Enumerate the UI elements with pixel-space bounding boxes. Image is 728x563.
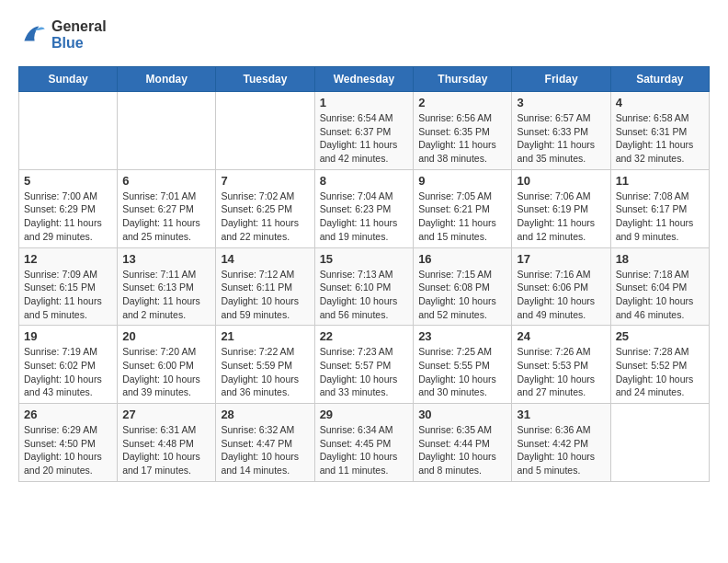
calendar-cell: [216, 92, 314, 170]
day-info: Sunrise: 6:32 AMSunset: 4:47 PMDaylight:…: [221, 423, 309, 477]
day-number: 14: [221, 252, 309, 266]
calendar-cell: 25 Sunrise: 7:28 AMSunset: 5:52 PMDaylig…: [610, 326, 709, 404]
day-info: Sunrise: 7:20 AMSunset: 6:00 PMDaylight:…: [122, 345, 210, 399]
calendar-cell: [118, 92, 216, 170]
calendar-cell: 6 Sunrise: 7:01 AMSunset: 6:27 PMDayligh…: [118, 169, 216, 247]
day-number: 17: [517, 252, 605, 266]
weekday-header-thursday: Thursday: [414, 67, 512, 92]
calendar-cell: 31 Sunrise: 6:36 AMSunset: 4:42 PMDaylig…: [512, 404, 610, 482]
day-number: 2: [418, 96, 506, 109]
page-header: General Blue: [18, 18, 710, 52]
day-info: Sunrise: 7:16 AMSunset: 6:06 PMDaylight:…: [517, 268, 605, 322]
day-number: 28: [221, 408, 309, 421]
day-number: 5: [24, 174, 112, 188]
week-row-1: 1 Sunrise: 6:54 AMSunset: 6:37 PMDayligh…: [19, 92, 710, 170]
calendar-cell: 2 Sunrise: 6:56 AMSunset: 6:35 PMDayligh…: [414, 92, 512, 170]
day-info: Sunrise: 7:08 AMSunset: 6:17 PMDaylight:…: [616, 190, 704, 244]
day-info: Sunrise: 7:02 AMSunset: 6:25 PMDaylight:…: [221, 190, 309, 244]
day-number: 26: [24, 408, 112, 421]
day-info: Sunrise: 6:58 AMSunset: 6:31 PMDaylight:…: [616, 111, 704, 166]
calendar-cell: 11 Sunrise: 7:08 AMSunset: 6:17 PMDaylig…: [610, 169, 709, 247]
day-number: 21: [221, 329, 309, 343]
day-info: Sunrise: 7:18 AMSunset: 6:04 PMDaylight:…: [616, 268, 704, 322]
calendar-cell: 12 Sunrise: 7:09 AMSunset: 6:15 PMDaylig…: [19, 247, 118, 326]
calendar-cell: 20 Sunrise: 7:20 AMSunset: 6:00 PMDaylig…: [118, 326, 216, 404]
day-number: 9: [418, 174, 506, 188]
calendar-cell: [610, 404, 709, 482]
day-number: 27: [122, 408, 210, 421]
day-number: 20: [122, 329, 210, 343]
weekday-header-tuesday: Tuesday: [216, 67, 314, 92]
day-number: 23: [418, 329, 506, 343]
day-number: 25: [616, 329, 704, 343]
day-number: 8: [320, 174, 409, 188]
day-number: 1: [320, 96, 409, 109]
calendar-cell: 17 Sunrise: 7:16 AMSunset: 6:06 PMDaylig…: [512, 247, 610, 326]
day-info: Sunrise: 7:15 AMSunset: 6:08 PMDaylight:…: [418, 268, 506, 322]
calendar-cell: 23 Sunrise: 7:25 AMSunset: 5:55 PMDaylig…: [414, 326, 512, 404]
day-number: 15: [320, 252, 409, 266]
day-info: Sunrise: 7:04 AMSunset: 6:23 PMDaylight:…: [320, 190, 409, 244]
calendar-cell: 14 Sunrise: 7:12 AMSunset: 6:11 PMDaylig…: [216, 247, 314, 326]
calendar-cell: 26 Sunrise: 6:29 AMSunset: 4:50 PMDaylig…: [19, 404, 118, 482]
day-info: Sunrise: 7:28 AMSunset: 5:52 PMDaylight:…: [616, 345, 704, 399]
day-info: Sunrise: 7:01 AMSunset: 6:27 PMDaylight:…: [122, 190, 210, 244]
calendar-cell: 29 Sunrise: 6:34 AMSunset: 4:45 PMDaylig…: [314, 404, 414, 482]
day-info: Sunrise: 6:56 AMSunset: 6:35 PMDaylight:…: [418, 111, 506, 166]
logo-text: General Blue: [51, 18, 107, 52]
day-number: 24: [517, 329, 605, 343]
week-row-2: 5 Sunrise: 7:00 AMSunset: 6:29 PMDayligh…: [19, 169, 710, 247]
day-number: 4: [616, 96, 704, 109]
calendar-cell: 9 Sunrise: 7:05 AMSunset: 6:21 PMDayligh…: [414, 169, 512, 247]
day-number: 6: [122, 174, 210, 188]
day-info: Sunrise: 6:54 AMSunset: 6:37 PMDaylight:…: [320, 111, 409, 166]
day-info: Sunrise: 7:12 AMSunset: 6:11 PMDaylight:…: [221, 268, 309, 322]
day-info: Sunrise: 7:22 AMSunset: 5:59 PMDaylight:…: [221, 345, 309, 399]
logo: General Blue: [18, 18, 107, 52]
calendar-cell: 28 Sunrise: 6:32 AMSunset: 4:47 PMDaylig…: [216, 404, 314, 482]
day-info: Sunrise: 6:34 AMSunset: 4:45 PMDaylight:…: [320, 423, 409, 477]
calendar-table: SundayMondayTuesdayWednesdayThursdayFrid…: [18, 66, 710, 482]
weekday-header-row: SundayMondayTuesdayWednesdayThursdayFrid…: [19, 67, 710, 92]
day-number: 31: [517, 408, 605, 421]
calendar-cell: 1 Sunrise: 6:54 AMSunset: 6:37 PMDayligh…: [314, 92, 414, 170]
day-number: 22: [320, 329, 409, 343]
calendar-cell: 30 Sunrise: 6:35 AMSunset: 4:44 PMDaylig…: [414, 404, 512, 482]
day-info: Sunrise: 7:25 AMSunset: 5:55 PMDaylight:…: [418, 345, 506, 399]
day-number: 16: [418, 252, 506, 266]
calendar-cell: 27 Sunrise: 6:31 AMSunset: 4:48 PMDaylig…: [118, 404, 216, 482]
weekday-header-sunday: Sunday: [19, 67, 118, 92]
day-info: Sunrise: 7:11 AMSunset: 6:13 PMDaylight:…: [122, 268, 210, 322]
day-info: Sunrise: 6:36 AMSunset: 4:42 PMDaylight:…: [517, 423, 605, 477]
day-number: 13: [122, 252, 210, 266]
week-row-5: 26 Sunrise: 6:29 AMSunset: 4:50 PMDaylig…: [19, 404, 710, 482]
weekday-header-friday: Friday: [512, 67, 610, 92]
day-info: Sunrise: 7:09 AMSunset: 6:15 PMDaylight:…: [24, 268, 112, 322]
day-info: Sunrise: 7:23 AMSunset: 5:57 PMDaylight:…: [320, 345, 409, 399]
calendar-cell: 16 Sunrise: 7:15 AMSunset: 6:08 PMDaylig…: [414, 247, 512, 326]
day-info: Sunrise: 6:29 AMSunset: 4:50 PMDaylight:…: [24, 423, 112, 477]
day-info: Sunrise: 7:19 AMSunset: 6:02 PMDaylight:…: [24, 345, 112, 399]
weekday-header-monday: Monday: [118, 67, 216, 92]
day-number: 10: [517, 174, 605, 188]
day-info: Sunrise: 6:31 AMSunset: 4:48 PMDaylight:…: [122, 423, 210, 477]
weekday-header-wednesday: Wednesday: [314, 67, 414, 92]
weekday-header-saturday: Saturday: [610, 67, 709, 92]
week-row-4: 19 Sunrise: 7:19 AMSunset: 6:02 PMDaylig…: [19, 326, 710, 404]
day-info: Sunrise: 7:13 AMSunset: 6:10 PMDaylight:…: [320, 268, 409, 322]
day-number: 3: [517, 96, 605, 109]
week-row-3: 12 Sunrise: 7:09 AMSunset: 6:15 PMDaylig…: [19, 247, 710, 326]
day-number: 19: [24, 329, 112, 343]
calendar-cell: 5 Sunrise: 7:00 AMSunset: 6:29 PMDayligh…: [19, 169, 118, 247]
day-info: Sunrise: 6:57 AMSunset: 6:33 PMDaylight:…: [517, 111, 605, 166]
calendar-cell: 22 Sunrise: 7:23 AMSunset: 5:57 PMDaylig…: [314, 326, 414, 404]
calendar-cell: 3 Sunrise: 6:57 AMSunset: 6:33 PMDayligh…: [512, 92, 610, 170]
day-info: Sunrise: 7:00 AMSunset: 6:29 PMDaylight:…: [24, 190, 112, 244]
day-number: 7: [221, 174, 309, 188]
day-number: 29: [320, 408, 409, 421]
calendar-cell: 4 Sunrise: 6:58 AMSunset: 6:31 PMDayligh…: [610, 92, 709, 170]
calendar-cell: [19, 92, 118, 170]
day-info: Sunrise: 6:35 AMSunset: 4:44 PMDaylight:…: [418, 423, 506, 477]
logo-icon: [18, 20, 48, 50]
day-info: Sunrise: 7:06 AMSunset: 6:19 PMDaylight:…: [517, 190, 605, 244]
